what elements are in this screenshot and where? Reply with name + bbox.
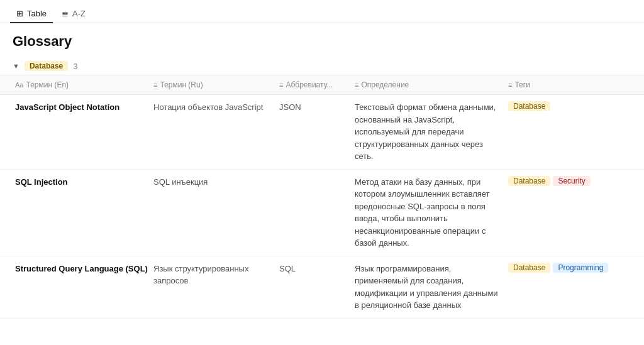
tag-database[interactable]: Database	[508, 176, 550, 186]
cell-term-en: Structured Query Language (SQL)	[13, 256, 151, 282]
section-arrow-database: ▼	[13, 62, 19, 70]
cell-definition: Текстовый формат обмена данными, основан…	[352, 95, 506, 169]
section-spacer	[0, 319, 644, 331]
col-label-4: Теги	[514, 80, 530, 89]
cell-abbr: JSON	[277, 95, 352, 120]
col-label-3: Определение	[361, 80, 409, 89]
tab-label-table: Table	[27, 9, 47, 18]
section-badge-database: Database	[25, 61, 68, 71]
cell-definition: Язык программирования, применяемый для с…	[352, 256, 506, 318]
cell-term-ru: Язык структурированных запросов	[151, 256, 277, 293]
cell-term-ru: Нотация объектов JavaScript	[151, 95, 277, 120]
tab-icon-table: ⊞	[16, 9, 23, 18]
col-icon-2: ≡	[279, 81, 283, 89]
col-label-0: Термин (En)	[26, 80, 69, 89]
tab-bar: ⊞Table≣A-Z	[0, 0, 644, 23]
tab-label-az: A-Z	[72, 9, 86, 18]
tag-database[interactable]: Database	[508, 101, 550, 111]
col-header-0: AaТермин (En)	[13, 78, 151, 92]
col-icon-1: ≡	[153, 81, 157, 89]
cell-term-ru: SQL инъекция	[151, 170, 277, 195]
tab-table[interactable]: ⊞Table	[10, 5, 53, 23]
table-row[interactable]: JavaScript Object NotationНотация объект…	[0, 95, 644, 170]
col-label-1: Термин (Ru)	[160, 80, 203, 89]
cell-abbr: SQL	[277, 256, 352, 282]
col-headers-database: AaТермин (En)≡Термин (Ru)≡Аббревиату...≡…	[0, 75, 644, 95]
cell-tags: DatabaseProgramming	[506, 256, 631, 279]
col-icon-4: ≡	[508, 81, 512, 89]
cell-tags: DatabaseSecurity	[506, 170, 631, 192]
col-header-2: ≡Аббревиату...	[277, 78, 352, 92]
col-header-3: ≡Определение	[352, 78, 506, 92]
tab-icon-az: ≣	[62, 9, 69, 18]
tag-database[interactable]: Database	[508, 263, 550, 273]
col-icon-0: Aa	[15, 81, 23, 89]
cell-term-en: SQL Injection	[13, 170, 151, 195]
tag-security[interactable]: Security	[553, 176, 590, 186]
tag-programming[interactable]: Programming	[553, 263, 608, 273]
cell-tags: Database	[506, 95, 631, 118]
col-label-2: Аббревиату...	[286, 80, 333, 89]
cell-term-en: JavaScript Object Notation	[13, 95, 151, 120]
page-title: Glossary	[0, 23, 644, 57]
table-row[interactable]: SQL InjectionSQL инъекцияМетод атаки на …	[0, 170, 644, 256]
section-database: ▼ Database 3 AaТермин (En)≡Термин (Ru)≡А…	[0, 57, 644, 331]
sections-container: ▼ Database 3 AaТермин (En)≡Термин (Ru)≡А…	[0, 57, 644, 345]
section-header-database[interactable]: ▼ Database 3	[0, 57, 644, 75]
cell-abbr	[277, 170, 352, 182]
col-icon-3: ≡	[355, 81, 358, 89]
col-header-1: ≡Термин (Ru)	[151, 78, 277, 92]
tab-az[interactable]: ≣A-Z	[55, 5, 92, 23]
col-header-4: ≡Теги	[506, 78, 631, 92]
section-count-database: 3	[73, 62, 77, 71]
table-row[interactable]: Structured Query Language (SQL)Язык стру…	[0, 256, 644, 319]
cell-definition: Метод атаки на базу данных, при котором …	[352, 170, 506, 256]
